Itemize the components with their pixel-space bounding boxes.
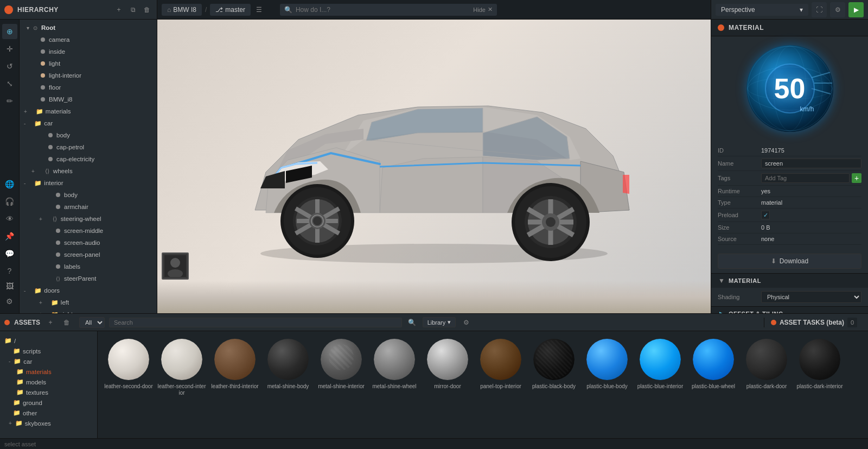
settings-icon[interactable]: ⚙ bbox=[830, 2, 845, 17]
at-item-other[interactable]: 📁 other bbox=[0, 408, 97, 418]
material-globe-area: 50 km/h bbox=[711, 36, 868, 141]
shading-select[interactable]: Physical bbox=[761, 291, 861, 303]
tree-item-car[interactable]: - 📁 car bbox=[20, 117, 157, 129]
play-button[interactable]: ▶ bbox=[848, 2, 864, 17]
expand-left[interactable]: + bbox=[39, 300, 42, 306]
tree-item-body2[interactable]: body bbox=[20, 189, 157, 201]
tree-item-labels[interactable]: labels bbox=[20, 261, 157, 273]
assets-type-filter[interactable]: All bbox=[79, 317, 105, 328]
svg-point-20 bbox=[546, 217, 556, 227]
tree-item-light-interior[interactable]: light-interior bbox=[20, 69, 157, 81]
asset-item-plastic-blue-wheel[interactable]: plastic-blue-wheel bbox=[689, 338, 738, 396]
viewport[interactable] bbox=[157, 20, 711, 313]
assets-add-button[interactable]: + bbox=[44, 317, 56, 328]
asset-item-leather-third-interior[interactable]: leather-third-interior bbox=[210, 338, 259, 396]
tool-audio[interactable]: 🎧 bbox=[2, 194, 17, 209]
home-breadcrumb[interactable]: ⌂ BMW I8 bbox=[162, 4, 202, 16]
at-item-skyboxes[interactable]: + 📁 skyboxes bbox=[0, 418, 97, 428]
tree-item-cap-petrol[interactable]: cap-petrol bbox=[20, 141, 157, 153]
asset-item-plastic-blue-body[interactable]: plastic-blue-body bbox=[583, 338, 631, 396]
duplicate-button[interactable]: ⧉ bbox=[127, 4, 138, 15]
assets-search-input[interactable] bbox=[109, 318, 402, 327]
offset-tiling-header[interactable]: ▶ OFFSET & TILING bbox=[711, 306, 868, 313]
preload-checkbox[interactable]: ✓ bbox=[761, 211, 770, 219]
tool-globe[interactable]: 🌐 bbox=[2, 176, 17, 192]
tool-draw[interactable]: ✏ bbox=[2, 93, 17, 109]
tree-item-screen-audio[interactable]: screen-audio bbox=[20, 237, 157, 249]
tree-item-right[interactable]: + 📁 right bbox=[20, 308, 157, 313]
assets-delete-button[interactable]: 🗑 bbox=[61, 317, 73, 328]
asset-item-plastic-dark-interior[interactable]: plastic-dark-interior bbox=[795, 338, 844, 396]
at-item-car[interactable]: - 📁 car bbox=[0, 356, 97, 366]
tree-item-materials[interactable]: + 📁 materials bbox=[20, 105, 157, 117]
tool-eye[interactable]: 👁 bbox=[2, 211, 17, 226]
fullscreen-button[interactable]: ⛶ bbox=[812, 2, 827, 17]
expand-steering[interactable]: + bbox=[39, 216, 42, 222]
viewport-avatar[interactable] bbox=[162, 252, 189, 280]
tool-chat[interactable]: 💬 bbox=[2, 246, 17, 261]
collapse-interior[interactable]: - bbox=[24, 180, 25, 186]
tree-item-screen-middle[interactable]: screen-middle bbox=[20, 225, 157, 237]
name-input[interactable] bbox=[761, 159, 861, 168]
asset-item-leather-second-door[interactable]: leather-second-door bbox=[104, 338, 153, 396]
tree-item-body[interactable]: body bbox=[20, 129, 157, 141]
tree-item-left[interactable]: + 📁 left bbox=[20, 296, 157, 308]
tool-scale[interactable]: ⤡ bbox=[2, 76, 17, 91]
download-button[interactable]: ⬇ Download bbox=[718, 254, 861, 269]
asset-item-plastic-black-body[interactable]: plastic-black-body bbox=[529, 338, 578, 396]
asset-item-mirror-door[interactable]: mirror-door bbox=[423, 338, 472, 396]
tree-item-cap-electricity[interactable]: cap-electricity bbox=[20, 153, 157, 165]
at-item-materials[interactable]: 📁 materials bbox=[0, 366, 97, 377]
library-button[interactable]: Library ▾ bbox=[423, 317, 456, 327]
tree-item-screen-panel[interactable]: screen-panel bbox=[20, 249, 157, 261]
expand-wheels[interactable]: + bbox=[31, 168, 35, 174]
at-item-scripts[interactable]: 📁 scripts bbox=[0, 346, 97, 356]
at-item-textures[interactable]: 📁 textures bbox=[0, 387, 97, 397]
asset-item-leather-second-interior[interactable]: leather-second-interior bbox=[157, 338, 206, 396]
collapse-doors[interactable]: - bbox=[24, 288, 25, 294]
at-item-ground[interactable]: 📁 ground bbox=[0, 397, 97, 408]
tool-move[interactable]: ✛ bbox=[2, 41, 17, 56]
at-item-root[interactable]: 📁 / bbox=[0, 336, 97, 346]
tree-item-inside[interactable]: inside bbox=[20, 46, 157, 58]
tree-item-root[interactable]: ▾ ⊙ Root bbox=[20, 22, 157, 34]
at-item-models[interactable]: 📁 models bbox=[0, 377, 97, 387]
tool-question[interactable]: ? bbox=[2, 263, 17, 279]
tree-item-wheels[interactable]: + ⟨⟩ wheels bbox=[20, 165, 157, 177]
tool-settings[interactable]: ⚙ bbox=[2, 294, 17, 309]
add-tag-button[interactable]: + bbox=[852, 173, 861, 183]
asset-item-metal-shine-body[interactable]: metal-shine-body bbox=[264, 338, 312, 396]
list-icon[interactable]: ☰ bbox=[254, 4, 265, 15]
tree-toggle-root[interactable]: ▾ bbox=[24, 24, 31, 31]
collapse-car[interactable]: - bbox=[24, 121, 25, 127]
asset-item-metal-shine-wheel[interactable]: metal-shine-wheel bbox=[370, 338, 419, 396]
tree-item-armchair[interactable]: armchair bbox=[20, 201, 157, 213]
library-settings-button[interactable]: ⚙ bbox=[460, 317, 472, 328]
tree-item-floor[interactable]: floor bbox=[20, 81, 157, 93]
tool-pin[interactable]: 📌 bbox=[2, 229, 17, 244]
tags-input[interactable] bbox=[761, 173, 850, 183]
tree-item-light[interactable]: light bbox=[20, 58, 157, 69]
branch-breadcrumb[interactable]: ⎇ master bbox=[210, 4, 251, 16]
expand-materials[interactable]: + bbox=[24, 109, 27, 115]
tool-select[interactable]: ⊕ bbox=[2, 24, 17, 39]
hide-button[interactable]: Hide ✕ bbox=[473, 6, 493, 13]
asset-item-plastic-blue-interior[interactable]: plastic-blue-interior bbox=[636, 338, 685, 396]
tree-item-interior[interactable]: - 📁 interior bbox=[20, 177, 157, 189]
tree-item-steerparent[interactable]: ⟨⟩ steerParent bbox=[20, 273, 157, 284]
add-node-button[interactable]: + bbox=[113, 4, 124, 15]
asset-item-metal-shine-interior[interactable]: metal-shine-interior bbox=[317, 338, 366, 396]
asset-item-plastic-dark-door[interactable]: plastic-dark-door bbox=[742, 338, 791, 396]
material-section-header[interactable]: ▼ MATERIAL bbox=[711, 273, 868, 288]
asset-item-panel-top-interior[interactable]: panel-top-interior bbox=[476, 338, 525, 396]
tool-rotate[interactable]: ↺ bbox=[2, 59, 17, 74]
assets-search-icon[interactable]: 🔍 bbox=[406, 317, 418, 328]
tree-item-steering-wheel[interactable]: + ⟨⟩ steering-wheel bbox=[20, 213, 157, 225]
tree-item-bmw[interactable]: BMW_i8 bbox=[20, 93, 157, 105]
perspective-button[interactable]: Perspective ▾ bbox=[716, 4, 808, 16]
search-input[interactable] bbox=[296, 6, 469, 14]
delete-button[interactable]: 🗑 bbox=[142, 4, 152, 15]
tool-image[interactable]: 🖼 bbox=[2, 279, 17, 294]
tree-item-doors[interactable]: - 📁 doors bbox=[20, 284, 157, 296]
tree-item-camera[interactable]: camera bbox=[20, 34, 157, 46]
